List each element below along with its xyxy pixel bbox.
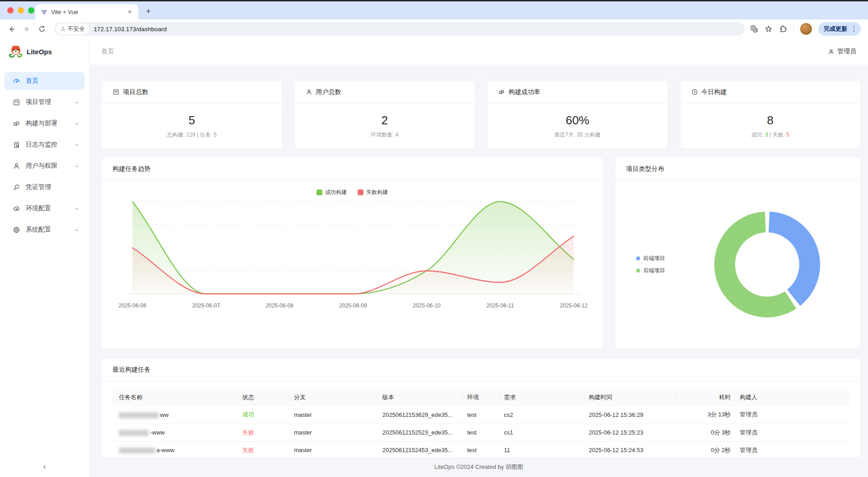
back-arrow-icon bbox=[8, 25, 15, 33]
legend-item-backend[interactable]: 后端项目 bbox=[636, 267, 690, 274]
stat-card-projects: 项目总数 5 总构建: 219 | 任务: 5 bbox=[101, 80, 283, 149]
sidebar-item-logs-monitoring[interactable]: 日志与监控 bbox=[5, 136, 85, 154]
fail-count: 5 bbox=[786, 132, 789, 138]
build-trend-card: 构建任务趋势 成功构建 失败构建 2025-06-062025-06-07202… bbox=[101, 157, 603, 349]
env-cell: test bbox=[462, 424, 500, 441]
sidebar-item-home[interactable]: 首页 bbox=[5, 72, 85, 90]
sidebar-item-system[interactable]: 系统配置 bbox=[5, 221, 85, 239]
status-cell: 失败 bbox=[238, 424, 289, 441]
reload-button[interactable] bbox=[35, 22, 49, 36]
sidebar-item-label: 用户与权限 bbox=[26, 162, 69, 170]
stat-value: 2 bbox=[382, 113, 388, 128]
project-icon bbox=[113, 89, 119, 95]
requirement-cell: cs2 bbox=[500, 406, 584, 424]
branch-cell: master bbox=[289, 406, 378, 424]
stat-value: 5 bbox=[189, 113, 195, 128]
build-time-cell: 2025-06-12 15:25:23 bbox=[584, 424, 676, 441]
svg-text:2025-06-06: 2025-06-06 bbox=[118, 302, 146, 309]
sidebar-item-projects[interactable]: 项目管理 bbox=[5, 93, 85, 111]
sidebar-item-credentials[interactable]: 凭证管理 bbox=[5, 178, 85, 196]
builder-cell: 管理员 bbox=[735, 406, 849, 424]
footer: LiteOps ©2024 Created by 胡图图 bbox=[90, 457, 868, 477]
user-name: 管理员 bbox=[837, 47, 856, 56]
stat-cards: 项目总数 5 总构建: 219 | 任务: 5 用户总数 bbox=[101, 80, 861, 149]
col-status: 状态 bbox=[238, 389, 289, 406]
env-cell: test bbox=[462, 406, 500, 424]
legend-item-success[interactable]: 成功构建 bbox=[316, 189, 347, 196]
builder-cell: 管理员 bbox=[735, 424, 849, 441]
back-button[interactable] bbox=[5, 22, 18, 36]
duration-cell: 0分 3秒 bbox=[676, 424, 735, 441]
chevron-down-icon bbox=[74, 206, 79, 211]
sidebar-item-label: 环境配置 bbox=[26, 204, 69, 213]
new-tab-button[interactable]: + bbox=[142, 5, 155, 18]
stat-title: 今日构建 bbox=[702, 88, 727, 96]
minimize-window-button[interactable] bbox=[18, 7, 24, 14]
menu-kebab-icon[interactable]: ⋮ bbox=[849, 25, 859, 33]
stat-title: 用户总数 bbox=[316, 88, 341, 96]
build-time-cell: 2025-06-12 15:36:29 bbox=[584, 406, 676, 424]
line-chart-legend: 成功构建 失败构建 bbox=[113, 187, 592, 197]
legend-item-frontend[interactable]: 前端项目 bbox=[636, 255, 690, 262]
brand-name: LiteOps bbox=[27, 48, 52, 56]
fullscreen-window-button[interactable] bbox=[28, 7, 34, 14]
version-cell: 20250612152523_ede35... bbox=[378, 424, 462, 441]
tab-close-icon[interactable]: × bbox=[126, 8, 134, 16]
table-row: ww 成功 master 20250612153629_ede35... tes… bbox=[113, 406, 849, 424]
profile-avatar[interactable] bbox=[800, 23, 812, 35]
legend-item-fail[interactable]: 失败构建 bbox=[358, 189, 388, 196]
version-cell: 20250612152453_ede35... bbox=[378, 441, 462, 457]
address-bar[interactable]: ⚠ 不安全 172.17.103.173/dashboard bbox=[54, 22, 745, 36]
update-label: 完成更新 bbox=[824, 25, 847, 33]
translate-icon[interactable] bbox=[750, 25, 758, 33]
charts-row: 构建任务趋势 成功构建 失败构建 2025-06-062025-06-07202… bbox=[101, 157, 861, 349]
branch-cell: master bbox=[289, 424, 378, 441]
app-header: 首页 管理员 bbox=[90, 38, 868, 65]
col-requirement: 需求 bbox=[500, 389, 584, 406]
sidebar-item-build-deploy[interactable]: 构建与部署 bbox=[5, 114, 85, 132]
col-env: 环境 bbox=[462, 389, 500, 406]
sidebar-collapse-button[interactable]: ‹ bbox=[0, 456, 89, 477]
security-chip[interactable]: ⚠ 不安全 bbox=[56, 24, 89, 34]
sidebar-item-environment[interactable]: 环境配置 bbox=[5, 199, 85, 217]
user-menu[interactable]: 管理员 bbox=[828, 47, 856, 56]
settings-gear-icon bbox=[13, 226, 20, 234]
toolbar-icons: 完成更新 ⋮ bbox=[750, 22, 861, 36]
logs-icon bbox=[13, 141, 20, 149]
update-chrome-button[interactable]: 完成更新 ⋮ bbox=[818, 22, 861, 36]
chevron-down-icon bbox=[74, 121, 79, 126]
project-icon bbox=[13, 99, 20, 106]
svg-text:2025-06-11: 2025-06-11 bbox=[486, 302, 514, 309]
bookmark-star-icon[interactable] bbox=[764, 25, 773, 33]
sidebar-item-label: 凭证管理 bbox=[26, 183, 79, 191]
browser-tab[interactable]: Vite + Vue × bbox=[35, 4, 138, 19]
users-icon bbox=[13, 162, 20, 170]
col-build-time: 构建时间 bbox=[584, 389, 676, 406]
warning-icon: ⚠ bbox=[61, 26, 66, 32]
vite-favicon bbox=[41, 9, 47, 15]
col-version: 版本 bbox=[378, 389, 462, 406]
chevron-down-icon bbox=[74, 227, 79, 232]
env-cell: test bbox=[462, 441, 500, 457]
duration-cell: 0分 2秒 bbox=[676, 441, 735, 457]
main: 首页 管理员 项目总数 5 总构建: 21 bbox=[90, 38, 868, 477]
legend-success-chip bbox=[316, 189, 322, 195]
sidebar-item-label: 首页 bbox=[26, 77, 79, 85]
stat-card-today-builds: 今日构建 8 成功: 3 | 失败: 5 bbox=[680, 80, 861, 149]
footer-text: LiteOps ©2024 Created by 胡图图 bbox=[434, 463, 524, 471]
sidebar-item-users-permissions[interactable]: 用户与权限 bbox=[5, 157, 85, 175]
task-name-cell: ww bbox=[113, 406, 238, 424]
donut-legend: 前端项目 后端项目 bbox=[636, 255, 690, 274]
col-duration: 耗时 bbox=[676, 389, 735, 406]
stat-subtext: 环境数量: 4 bbox=[371, 131, 398, 139]
requirement-cell: cs1 bbox=[500, 424, 584, 441]
task-name-cell: -www bbox=[113, 424, 238, 441]
window-controls[interactable] bbox=[7, 7, 34, 14]
requirement-cell: 11 bbox=[500, 441, 584, 457]
branch-cell: master bbox=[289, 441, 378, 457]
close-window-button[interactable] bbox=[7, 7, 14, 14]
extensions-icon[interactable] bbox=[779, 25, 787, 33]
forward-button[interactable] bbox=[20, 22, 33, 36]
sidebar: LiteOps 首页 项目管理 构建与部署 bbox=[0, 38, 90, 477]
tab-title: Vite + Vue bbox=[51, 9, 122, 15]
